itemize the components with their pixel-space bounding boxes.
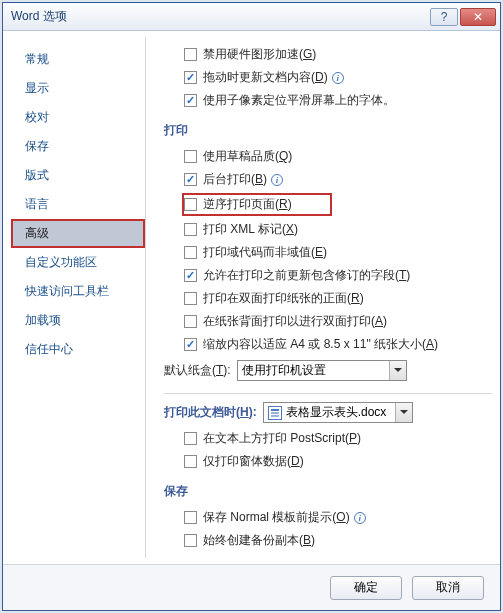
info-icon[interactable]: i (354, 512, 366, 524)
sidebar-item-addins[interactable]: 加载项 (11, 306, 145, 335)
sidebar-item-advanced[interactable]: 高级 (11, 219, 145, 248)
ok-button[interactable]: 确定 (330, 576, 402, 600)
option-form-data-only[interactable]: 仅打印窗体数据(D) (184, 450, 492, 473)
dialog-title: Word 选项 (7, 8, 428, 25)
option-label: 保存 Normal 模板前提示(O) (203, 509, 350, 526)
print-this-doc-row: 打印此文档时(H): 表格显示表头.docx (164, 398, 492, 427)
option-label: 使用草稿品质(Q) (203, 148, 292, 165)
option-drag-update[interactable]: 拖动时更新文档内容(D) i (184, 66, 492, 89)
option-label: 缩放内容以适应 A4 或 8.5 x 11" 纸张大小(A) (203, 336, 438, 353)
select-value: 表格显示表头.docx (286, 404, 387, 421)
checkbox-icon (184, 432, 197, 445)
checkbox-icon (184, 511, 197, 524)
option-label: 禁用硬件图形加速(G) (203, 46, 316, 63)
titlebar-buttons: ? ✕ (428, 8, 496, 26)
chevron-down-icon (395, 403, 412, 422)
option-duplex-front[interactable]: 打印在双面打印纸张的正面(R) (184, 287, 492, 310)
titlebar: Word 选项 ? ✕ (3, 3, 500, 31)
option-background-print[interactable]: 后台打印(B) i (184, 168, 492, 191)
option-label: 打印域代码而非域值(E) (203, 244, 327, 261)
checkbox-icon (184, 292, 197, 305)
checkbox-icon (184, 338, 197, 351)
sidebar-item-proofing[interactable]: 校对 (11, 103, 145, 132)
checkbox-icon (184, 71, 197, 84)
checkbox-icon (184, 198, 197, 211)
chevron-down-icon (389, 361, 406, 380)
dialog-footer: 确定 取消 (3, 564, 500, 610)
default-tray-select[interactable]: 使用打印机设置 (237, 360, 407, 381)
option-label: 允许在打印之前更新包含修订的字段(T) (203, 267, 410, 284)
info-icon[interactable]: i (271, 174, 283, 186)
option-draft-quality[interactable]: 使用草稿品质(Q) (184, 145, 492, 168)
default-tray-row: 默认纸盒(T): 使用打印机设置 (164, 356, 492, 385)
sidebar-item-language[interactable]: 语言 (11, 190, 145, 219)
option-field-codes[interactable]: 打印域代码而非域值(E) (184, 241, 492, 264)
close-button[interactable]: ✕ (460, 8, 496, 26)
sidebar: 常规 显示 校对 保存 版式 语言 高级 自定义功能区 快速访问工具栏 加载项 … (11, 37, 146, 558)
section-header-print: 打印 (164, 112, 492, 145)
checkbox-icon (184, 455, 197, 468)
default-tray-label: 默认纸盒(T): (164, 362, 231, 379)
option-update-tracked[interactable]: 允许在打印之前更新包含修订的字段(T) (184, 264, 492, 287)
dialog-body: 常规 显示 校对 保存 版式 语言 高级 自定义功能区 快速访问工具栏 加载项 … (3, 31, 500, 564)
content-scroll[interactable]: 禁用硬件图形加速(G) 拖动时更新文档内容(D) i 使用子像素定位平滑屏幕上的… (146, 37, 492, 558)
sidebar-item-layout[interactable]: 版式 (11, 161, 145, 190)
info-icon[interactable]: i (332, 72, 344, 84)
option-print-xml[interactable]: 打印 XML 标记(X) (184, 218, 492, 241)
option-label: 在文本上方打印 PostScript(P) (203, 430, 361, 447)
word-options-dialog: Word 选项 ? ✕ 常规 显示 校对 保存 版式 语言 高级 自定义功能区 … (2, 2, 501, 611)
divider (164, 393, 492, 394)
sidebar-item-quick-access[interactable]: 快速访问工具栏 (11, 277, 145, 306)
option-label: 打印 XML 标记(X) (203, 221, 298, 238)
checkbox-icon (184, 534, 197, 547)
option-label: 在纸张背面打印以进行双面打印(A) (203, 313, 387, 330)
help-icon: ? (441, 10, 448, 24)
option-scale-a4[interactable]: 缩放内容以适应 A4 或 8.5 x 11" 纸张大小(A) (184, 333, 492, 356)
checkbox-icon (184, 223, 197, 236)
checkbox-icon (184, 315, 197, 328)
option-label: 使用子像素定位平滑屏幕上的字体。 (203, 92, 395, 109)
print-this-doc-select[interactable]: 表格显示表头.docx (263, 402, 413, 423)
close-icon: ✕ (473, 10, 483, 24)
option-postscript-over-text[interactable]: 在文本上方打印 PostScript(P) (184, 427, 492, 450)
option-label: 逆序打印页面(R) (203, 196, 292, 213)
option-reverse-order[interactable]: 逆序打印页面(R) (182, 193, 332, 216)
section-header-save: 保存 (164, 473, 492, 506)
checkbox-icon (184, 48, 197, 61)
option-always-backup[interactable]: 始终创建备份副本(B) (184, 529, 492, 552)
content-pane: 禁用硬件图形加速(G) 拖动时更新文档内容(D) i 使用子像素定位平滑屏幕上的… (146, 37, 492, 558)
option-duplex-back[interactable]: 在纸张背面打印以进行双面打印(A) (184, 310, 492, 333)
option-label: 打印在双面打印纸张的正面(R) (203, 290, 364, 307)
checkbox-icon (184, 246, 197, 259)
checkbox-icon (184, 150, 197, 163)
option-label: 后台打印(B) (203, 171, 267, 188)
sidebar-item-customize-ribbon[interactable]: 自定义功能区 (11, 248, 145, 277)
option-prompt-normal[interactable]: 保存 Normal 模板前提示(O) i (184, 506, 492, 529)
print-this-doc-label: 打印此文档时(H): (164, 404, 257, 421)
sidebar-item-trust-center[interactable]: 信任中心 (11, 335, 145, 364)
checkbox-icon (184, 269, 197, 282)
select-value: 使用打印机设置 (242, 362, 326, 379)
document-icon (268, 406, 282, 420)
help-button[interactable]: ? (430, 8, 458, 26)
sidebar-item-save[interactable]: 保存 (11, 132, 145, 161)
checkbox-icon (184, 173, 197, 186)
checkbox-icon (184, 94, 197, 107)
option-label: 仅打印窗体数据(D) (203, 453, 304, 470)
sidebar-item-display[interactable]: 显示 (11, 74, 145, 103)
option-hw-accel[interactable]: 禁用硬件图形加速(G) (184, 43, 492, 66)
option-subpixel[interactable]: 使用子像素定位平滑屏幕上的字体。 (184, 89, 492, 112)
option-label: 始终创建备份副本(B) (203, 532, 315, 549)
option-label: 拖动时更新文档内容(D) (203, 69, 328, 86)
cancel-button[interactable]: 取消 (412, 576, 484, 600)
sidebar-item-general[interactable]: 常规 (11, 45, 145, 74)
